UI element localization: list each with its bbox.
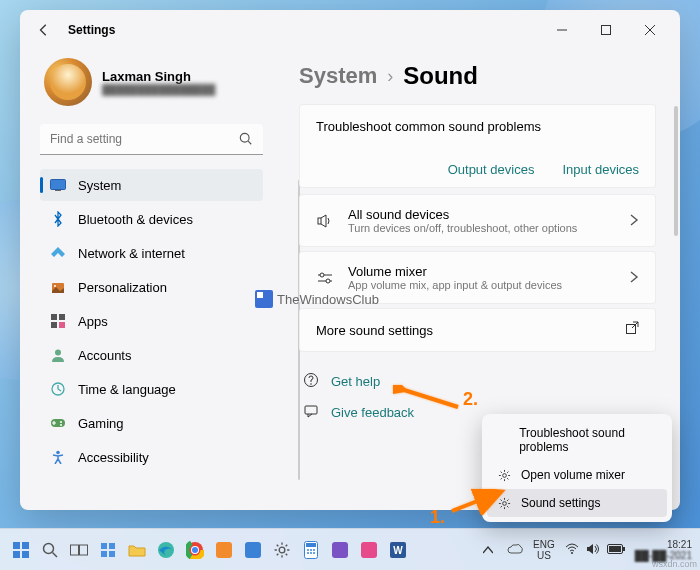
breadcrumb: System › Sound <box>299 62 656 90</box>
language-indicator[interactable]: ENG US <box>533 539 555 561</box>
svg-rect-55 <box>306 543 316 547</box>
nav-gaming[interactable]: Gaming <box>40 407 263 439</box>
svg-point-57 <box>310 549 312 551</box>
get-help-link[interactable]: Get help <box>303 372 656 391</box>
input-devices-link[interactable]: Input devices <box>562 162 639 177</box>
svg-point-66 <box>571 552 573 554</box>
app-icon-pink[interactable] <box>356 537 382 563</box>
watermark-thewindowsclub: TheWindowsClub <box>255 290 379 308</box>
start-button[interactable] <box>8 537 34 563</box>
nav-time-language[interactable]: Time & language <box>40 373 263 405</box>
all-sound-devices-row[interactable]: All sound devices Turn devices on/off, t… <box>299 194 656 247</box>
nav-accounts[interactable]: Accounts <box>40 339 263 371</box>
nav-network[interactable]: Network & internet <box>40 237 263 269</box>
svg-point-53 <box>279 547 285 553</box>
app-icon-orange[interactable] <box>211 537 237 563</box>
taskbar-left: W <box>8 537 411 563</box>
svg-line-32 <box>452 493 498 511</box>
annotation-label-1: 1. <box>430 507 445 528</box>
svg-point-59 <box>307 552 309 554</box>
nav-label: Time & language <box>78 382 176 397</box>
sound-context-menu: Troubleshoot sound problems Open volume … <box>482 414 672 522</box>
onedrive-icon[interactable] <box>507 543 523 557</box>
row-subtitle: Turn devices on/off, troubleshoot, other… <box>348 222 615 234</box>
system-tray[interactable] <box>565 543 625 557</box>
edge-icon[interactable] <box>153 537 179 563</box>
nav-label: Accessibility <box>78 450 149 465</box>
ctx-troubleshoot[interactable]: Troubleshoot sound problems <box>487 419 667 461</box>
external-link-icon <box>625 321 639 339</box>
nav-system[interactable]: System <box>40 169 263 201</box>
svg-rect-41 <box>101 543 107 549</box>
nav-label: Bluetooth & devices <box>78 212 193 227</box>
nav-apps[interactable]: Apps <box>40 305 263 337</box>
breadcrumb-separator: › <box>387 66 393 87</box>
breadcrumb-parent[interactable]: System <box>299 63 377 89</box>
svg-point-18 <box>60 424 62 426</box>
feedback-icon <box>303 403 319 422</box>
svg-rect-51 <box>216 542 232 558</box>
close-button[interactable] <box>628 15 672 45</box>
widgets-button[interactable] <box>95 537 121 563</box>
word-icon[interactable]: W <box>385 537 411 563</box>
calculator-icon[interactable] <box>298 537 324 563</box>
search-button[interactable] <box>37 537 63 563</box>
minimize-button[interactable] <box>540 15 584 45</box>
tray-chevron-up-icon[interactable] <box>479 537 497 563</box>
personalization-icon <box>50 279 66 295</box>
network-icon <box>50 245 66 261</box>
nav-list: System Bluetooth & devices Network & int… <box>40 169 263 473</box>
battery-icon <box>607 544 625 556</box>
gaming-icon <box>50 415 66 431</box>
maximize-button[interactable] <box>584 15 628 45</box>
task-view-button[interactable] <box>66 537 92 563</box>
svg-rect-40 <box>80 545 88 555</box>
svg-rect-43 <box>101 551 107 557</box>
output-devices-link[interactable]: Output devices <box>448 162 535 177</box>
mixer-icon <box>316 269 334 287</box>
svg-point-27 <box>310 383 312 385</box>
svg-rect-20 <box>318 218 321 224</box>
svg-rect-36 <box>22 551 29 558</box>
svg-point-56 <box>307 549 309 551</box>
profile-name: Laxman Singh <box>102 69 215 84</box>
app-icon-purple[interactable] <box>327 537 353 563</box>
svg-rect-63 <box>361 542 377 558</box>
chrome-icon[interactable] <box>182 537 208 563</box>
svg-point-61 <box>313 552 315 554</box>
row-subtitle: App volume mix, app input & output devic… <box>348 279 615 291</box>
site-watermark: wsxdn.com <box>652 559 697 569</box>
more-sound-settings-row[interactable]: More sound settings <box>299 308 656 352</box>
wifi-icon <box>565 543 579 556</box>
svg-line-5 <box>248 141 251 144</box>
settings-taskbar-icon[interactable] <box>269 537 295 563</box>
svg-rect-13 <box>59 322 65 328</box>
svg-rect-7 <box>55 190 61 191</box>
avatar <box>44 58 92 106</box>
nav-accessibility[interactable]: Accessibility <box>40 441 263 473</box>
svg-rect-28 <box>305 406 317 414</box>
app-icon-blue[interactable] <box>240 537 266 563</box>
profile-email: ████████████████ <box>102 84 215 95</box>
sidebar: Laxman Singh ████████████████ System Blu… <box>20 50 275 510</box>
nav-personalization[interactable]: Personalization <box>40 271 263 303</box>
row-title: More sound settings <box>316 323 611 338</box>
profile-section[interactable]: Laxman Singh ████████████████ <box>40 50 263 118</box>
back-button[interactable] <box>28 14 60 46</box>
nav-label: Network & internet <box>78 246 185 261</box>
ctx-sound-settings[interactable]: Sound settings <box>487 489 667 517</box>
search-icon <box>239 132 253 150</box>
accounts-icon <box>50 347 66 363</box>
blank-icon <box>497 433 509 447</box>
ctx-label: Open volume mixer <box>521 468 625 482</box>
svg-point-19 <box>56 451 60 455</box>
search-input[interactable] <box>40 124 263 155</box>
time-icon <box>50 381 66 397</box>
nav-bluetooth[interactable]: Bluetooth & devices <box>40 203 263 235</box>
file-explorer-icon[interactable] <box>124 537 150 563</box>
ctx-volume-mixer[interactable]: Open volume mixer <box>487 461 667 489</box>
clock[interactable]: 18:21 ██-██-2021 <box>635 539 692 561</box>
scrollbar-thumb[interactable] <box>674 106 678 236</box>
svg-point-37 <box>44 543 54 553</box>
svg-point-50 <box>192 547 198 553</box>
